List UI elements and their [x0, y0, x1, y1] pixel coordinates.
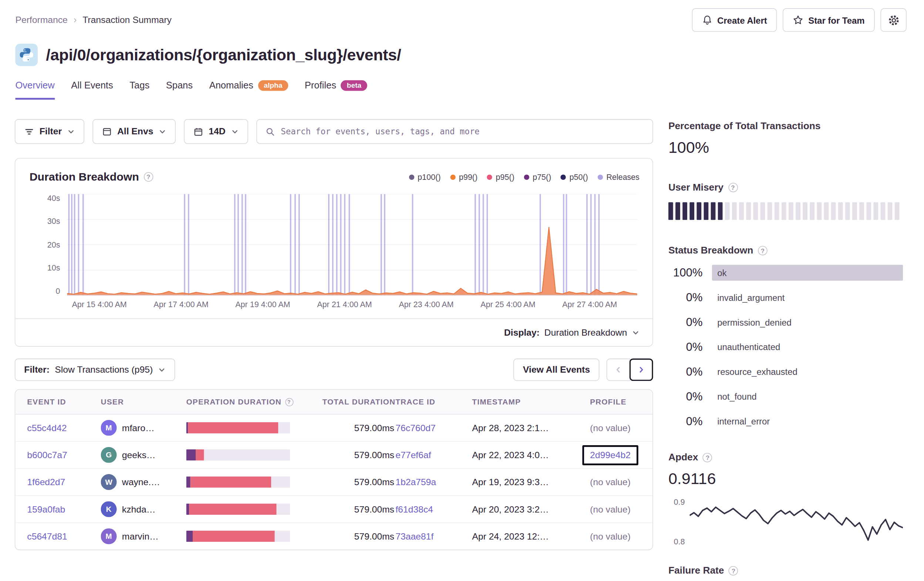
legend-label: p75() [533, 172, 551, 181]
search-input[interactable] [281, 127, 644, 136]
help-icon[interactable]: ? [728, 182, 738, 192]
tab-all-events-label: All Events [71, 80, 113, 91]
tab-anomalies[interactable]: Anomalies alpha [210, 80, 289, 100]
help-icon[interactable]: ? [729, 566, 738, 575]
breadcrumb-current-page: Transaction Summary [82, 15, 172, 25]
trace-id-link[interactable]: e77ef6af [395, 450, 431, 460]
status-label: permission_denied [717, 317, 792, 327]
tab-all-events[interactable]: All Events [71, 80, 113, 100]
previous-page-button[interactable] [607, 359, 630, 381]
timestamp: Apr 24, 2023 12:… [472, 531, 590, 542]
user-misery-bar [696, 202, 701, 220]
user-misery-bar [852, 202, 857, 220]
trace-id-link[interactable]: f61d38c4 [395, 504, 433, 514]
help-icon[interactable]: ? [285, 398, 293, 406]
timestamp: Apr 19, 2023 9:3… [472, 477, 590, 487]
event-id-link[interactable]: c55c4d42 [27, 423, 67, 433]
user-misery-bar [775, 202, 779, 220]
gear-icon [888, 15, 899, 25]
chevron-down-icon [159, 127, 167, 136]
apdex-value: 0.9116 [668, 470, 903, 488]
star-for-team-button[interactable]: Star for Team [783, 8, 875, 32]
status-pct: 0% [668, 291, 703, 305]
trace-id-link[interactable]: 1b2a759a [395, 477, 436, 487]
user-misery-bar [888, 202, 892, 220]
status-label: not_found [717, 392, 756, 402]
environment-selector[interactable]: All Envs [92, 119, 176, 144]
tab-overview[interactable]: Overview [15, 80, 54, 100]
help-icon[interactable]: ? [703, 453, 712, 462]
status-label: ok [717, 268, 726, 278]
user-misery-title: User Misery [668, 182, 724, 193]
user-name: geeks… [122, 450, 156, 460]
x-tick: Apr 17 4:00 AM [153, 300, 208, 309]
duration-chart-svg[interactable] [67, 194, 637, 295]
profile-link[interactable]: 2d99e4b2 [590, 450, 631, 460]
status-ok-bar: ok [712, 265, 903, 280]
trace-id-link[interactable]: 73aae81f [395, 531, 434, 541]
next-page-button[interactable] [630, 359, 653, 381]
y-tick: 0.8 [674, 537, 685, 546]
help-icon[interactable]: ? [144, 172, 153, 181]
apdex-title: Apdex [668, 452, 698, 463]
transactions-filter-selector[interactable]: Filter: Slow Transactions (p95) [15, 359, 175, 381]
percentage-total-title: Percentage of Total Transactions [668, 120, 903, 131]
column-header-total-duration[interactable]: TOTAL DURATION [313, 397, 395, 406]
create-alert-button[interactable]: Create Alert [692, 8, 777, 32]
table-header-row: EVENT ID USER OPERATION DURATION ? TOTAL… [15, 390, 652, 414]
calendar-icon [193, 127, 203, 137]
legend-dot-icon [597, 174, 602, 179]
column-header-user[interactable]: USER [101, 397, 186, 406]
legend-item-p95[interactable]: p95() [487, 172, 514, 181]
user-misery-bar [732, 202, 736, 220]
table-row: c5647d81 M marvin… 579.00ms 73aae81f Apr… [15, 523, 652, 550]
table-controls-right: View All Events [513, 359, 653, 381]
operation-duration-segment [186, 504, 190, 515]
user-misery-bars [668, 202, 903, 220]
display-row: Display: Duration Breakdown [15, 318, 652, 346]
event-id-link[interactable]: c5647d81 [27, 531, 67, 541]
profile-focus-ring: 2d99e4b2 [582, 445, 638, 465]
status-row: 0% internal_error [668, 413, 903, 429]
tab-profiles[interactable]: Profiles beta [305, 80, 367, 100]
tab-spans[interactable]: Spans [166, 80, 193, 100]
transaction-summary-page: Performance › Transaction Summary Create… [0, 0, 924, 581]
user-cell: K kzhda… [101, 501, 186, 517]
event-id-link[interactable]: 1f6ed2d7 [27, 477, 65, 487]
search-icon [265, 127, 275, 137]
trace-id-link[interactable]: 76c760d7 [395, 423, 436, 433]
percentage-total-value: 100% [668, 138, 903, 157]
column-header-trace-id[interactable]: TRACE ID [395, 397, 472, 406]
legend-item-p75[interactable]: p75() [524, 172, 551, 181]
legend-item-p50[interactable]: p50() [561, 172, 588, 181]
filter-button[interactable]: Filter [15, 119, 84, 144]
status-pct: 100% [668, 266, 703, 280]
view-all-events-button[interactable]: View All Events [513, 359, 599, 381]
column-header-timestamp[interactable]: TIMESTAMP [472, 397, 590, 406]
tab-tags-label: Tags [129, 80, 149, 91]
operation-duration-segment [190, 504, 277, 515]
profile-value: (no value) [590, 531, 641, 542]
table-controls: Filter: Slow Transactions (p95) View All… [15, 359, 653, 381]
legend-label: p100() [417, 172, 441, 181]
user-cell: M marvin… [101, 528, 186, 545]
breadcrumb-performance-link[interactable]: Performance [15, 15, 67, 25]
profile-value: (no value) [590, 477, 641, 487]
total-duration: 579.00ms [313, 504, 395, 515]
event-id-link[interactable]: b600c7a7 [27, 450, 67, 460]
view-all-events-label: View All Events [523, 364, 590, 375]
table-row: 159a0fab K kzhda… 579.00ms f61d38c4 Apr … [15, 496, 652, 523]
settings-button[interactable] [881, 8, 907, 32]
display-selector[interactable]: Display: Duration Breakdown [504, 327, 640, 338]
event-id-link[interactable]: 159a0fab [27, 504, 65, 514]
legend-item-p100[interactable]: p100() [409, 172, 441, 181]
legend-item-releases[interactable]: Releases [597, 172, 640, 181]
date-range-selector[interactable]: 14D [184, 119, 248, 144]
help-icon[interactable]: ? [758, 246, 767, 255]
tab-tags[interactable]: Tags [129, 80, 149, 100]
column-header-profile[interactable]: PROFILE [590, 397, 641, 406]
status-row: 0% invalid_argument [668, 290, 903, 305]
column-header-event-id[interactable]: EVENT ID [27, 397, 101, 406]
legend-item-p99[interactable]: p99() [450, 172, 477, 181]
column-header-operation-duration[interactable]: OPERATION DURATION ? [186, 397, 313, 406]
